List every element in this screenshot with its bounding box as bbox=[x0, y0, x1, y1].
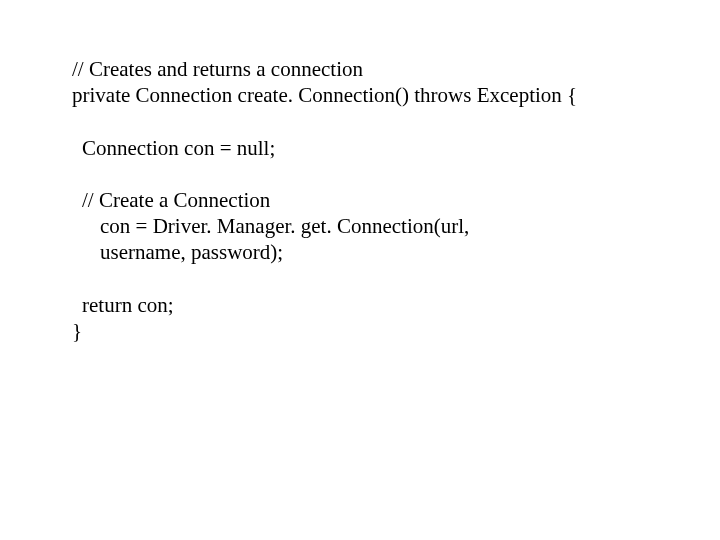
blank-line bbox=[72, 109, 680, 135]
code-line: con = Driver. Manager. get. Connection(u… bbox=[100, 213, 680, 239]
code-line: return con; bbox=[82, 292, 680, 318]
code-line: Connection con = null; bbox=[82, 135, 680, 161]
blank-line bbox=[72, 266, 680, 292]
code-line: private Connection create. Connection() … bbox=[72, 82, 680, 108]
code-line: // Creates and returns a connection bbox=[72, 56, 680, 82]
code-block: // Creates and returns a connection priv… bbox=[0, 0, 720, 344]
blank-line bbox=[72, 161, 680, 187]
code-line: } bbox=[72, 318, 680, 344]
code-line: username, password); bbox=[100, 239, 680, 265]
code-line: // Create a Connection bbox=[82, 187, 680, 213]
